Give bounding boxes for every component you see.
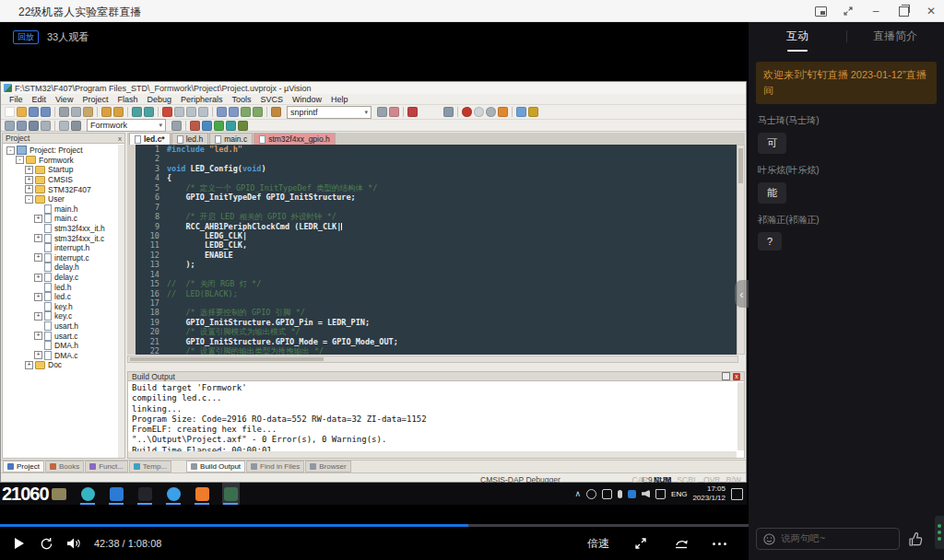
menu-peripherals[interactable]: Peripherals (176, 95, 228, 104)
close-button[interactable]: ✕ (924, 4, 938, 18)
expand-icon[interactable]: + (25, 166, 33, 174)
mic-icon[interactable] (618, 490, 622, 498)
tree-item-formwork[interactable]: -Formwork (3, 156, 124, 166)
save-icon[interactable] (29, 107, 39, 117)
target-options-icon[interactable] (171, 121, 182, 131)
expand-icon[interactable]: + (25, 361, 33, 369)
cut-icon[interactable] (59, 107, 69, 117)
volume-button[interactable] (65, 534, 83, 553)
tree-item-doc[interactable]: +Doc (3, 360, 124, 370)
menu-project[interactable]: Project (77, 95, 112, 104)
undo-icon[interactable] (101, 107, 112, 117)
breakpoint-icon[interactable] (462, 107, 472, 117)
menu-edit[interactable]: Edit (28, 95, 52, 104)
build-icon[interactable] (17, 121, 27, 131)
breakpoint-kill-icon[interactable] (486, 107, 496, 117)
batch-build-icon[interactable] (41, 121, 51, 131)
find-magnifier-icon[interactable] (443, 107, 454, 117)
bookmark-clear-icon[interactable] (198, 107, 208, 117)
tree-item-main-c[interactable]: +main.c (3, 214, 124, 224)
tree-item-user[interactable]: -User (3, 194, 124, 204)
playback-speed-button[interactable]: 倍速 (587, 536, 609, 552)
new-file-icon[interactable] (5, 107, 15, 117)
view-tab-project[interactable]: Project (3, 461, 44, 472)
notification-center-icon[interactable] (731, 488, 743, 500)
taskbar-app-app-blue-drive[interactable] (108, 483, 125, 505)
tab-stream-info[interactable]: 直播简介 (846, 29, 944, 44)
taskbar-app-app-orange[interactable] (194, 483, 211, 505)
nav-forward-icon[interactable] (144, 107, 154, 117)
collapse-icon[interactable]: - (6, 146, 15, 155)
expand-icon[interactable]: + (25, 185, 33, 193)
nav-back-icon[interactable] (132, 107, 142, 117)
tree-item-usart-c[interactable]: +usart.c (3, 331, 124, 341)
video-area[interactable]: 回放 33人观看 F:\STM32\F407\Program Files_STD… (0, 22, 749, 560)
panel-collapse-handle[interactable]: ‹ (735, 280, 749, 308)
tree-item-stm32f407[interactable]: +STM32F407 (3, 184, 124, 194)
editor-tab-led-c-[interactable]: led.c* (129, 133, 171, 145)
expand-icon[interactable]: + (34, 332, 42, 340)
indent-right-icon[interactable] (229, 107, 239, 117)
tree-item-cmsis[interactable]: +CMSIS (3, 175, 124, 185)
chat-input[interactable]: 说两句吧~ (756, 528, 900, 550)
taskbar-app-app-media-dark[interactable] (136, 483, 154, 505)
view-tab-browser[interactable]: Browser (305, 461, 350, 472)
uncomment-icon[interactable] (253, 107, 263, 117)
tree-item-stm32f4xx-it-h[interactable]: stm32f4xx_it.h (3, 224, 124, 234)
view-tab-temp-[interactable]: Temp... (129, 461, 171, 472)
key-icon[interactable] (528, 107, 538, 117)
like-button[interactable] (908, 531, 924, 547)
expand-icon[interactable]: + (34, 351, 42, 359)
taskbar-app-edge-browser[interactable] (79, 483, 97, 505)
tree-item-key-c[interactable]: +key.c (3, 311, 124, 321)
menu-svcs[interactable]: SVCS (256, 95, 289, 104)
menu-window[interactable]: Window (288, 95, 326, 104)
pack-installer-icon[interactable] (202, 121, 212, 131)
save-all-icon[interactable] (41, 107, 51, 117)
build-hscrollbar[interactable] (128, 451, 737, 458)
search-settings-icon[interactable] (377, 107, 387, 117)
pin-icon[interactable] (722, 372, 730, 380)
build-output-log[interactable]: Build target 'Formwork'compiling led.c..… (127, 381, 745, 459)
tree-item-delay-c[interactable]: +delay.c (3, 273, 124, 283)
editor-vscrollbar[interactable] (737, 145, 745, 355)
tree-item-startup[interactable]: +Startup (3, 165, 124, 175)
tree-item-led-c[interactable]: +led.c (3, 292, 124, 302)
expand-icon[interactable]: + (34, 215, 42, 223)
hard-hat-icon[interactable] (498, 107, 508, 117)
tree-item-key-h[interactable]: key.h (3, 302, 124, 312)
bookmark-prev-icon[interactable] (174, 107, 184, 117)
help-search-icon[interactable] (407, 107, 418, 117)
play-button[interactable] (9, 534, 28, 553)
editor-tab-stm32f4xx-gpio-h[interactable]: stm32f4xx_gpio.h (254, 133, 336, 145)
taskbar-app-app-blue-circle[interactable] (165, 483, 183, 505)
bookmark-toggle-icon[interactable] (162, 107, 172, 117)
expand-icon[interactable]: + (34, 234, 42, 242)
expand-icon[interactable]: + (34, 293, 42, 301)
expand-icon[interactable]: + (34, 274, 42, 282)
window-select-icon[interactable] (516, 107, 526, 117)
editor-tab-led-h[interactable]: led.h (171, 133, 208, 145)
onedrive-icon[interactable] (628, 490, 636, 498)
refresh-button[interactable] (37, 534, 55, 553)
rotate-screen-icon[interactable] (672, 534, 690, 553)
view-tab-funct-[interactable]: Funct... (85, 461, 128, 472)
reaction-bar[interactable] (935, 516, 944, 549)
expand-icon[interactable]: + (34, 312, 42, 321)
tree-item-delay-h[interactable]: delay.h (3, 262, 124, 273)
maximize-button[interactable] (896, 4, 911, 18)
network-icon[interactable] (655, 489, 666, 499)
device-icon[interactable] (602, 489, 612, 499)
tree-item-main-h[interactable]: main.h (3, 204, 124, 215)
view-tab-build-output[interactable]: Build Output (186, 461, 245, 472)
project-close-icon[interactable]: x (118, 134, 122, 143)
bookmark-next-icon[interactable] (186, 107, 196, 117)
translate-icon[interactable] (5, 121, 15, 131)
expand-icon[interactable]: + (34, 253, 42, 262)
editor-tab-main-c[interactable]: main.c (209, 133, 253, 145)
code-editor[interactable]: 1#include "led.h"23void LED_Config(void)… (127, 145, 738, 355)
book-icon[interactable] (271, 107, 281, 117)
target-select-combo[interactable]: Formwork ▾ (87, 119, 166, 132)
debug-session-icon[interactable] (190, 121, 200, 131)
collapse-icon[interactable]: - (25, 195, 33, 204)
